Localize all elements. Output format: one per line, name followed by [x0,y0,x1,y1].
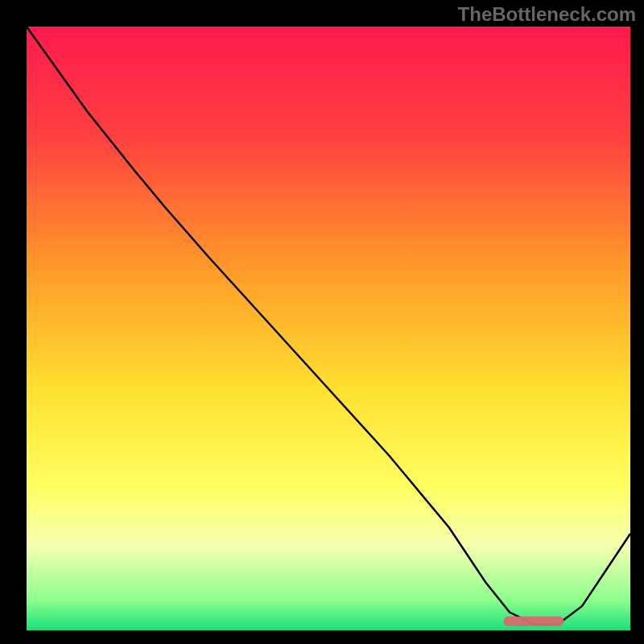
gradient-rect [27,27,630,630]
plot-area [27,27,630,630]
plot-svg [27,27,630,630]
chart-frame: TheBottleneck.com [0,0,644,644]
watermark-text: TheBottleneck.com [458,3,636,26]
optimal-marker [504,617,564,626]
